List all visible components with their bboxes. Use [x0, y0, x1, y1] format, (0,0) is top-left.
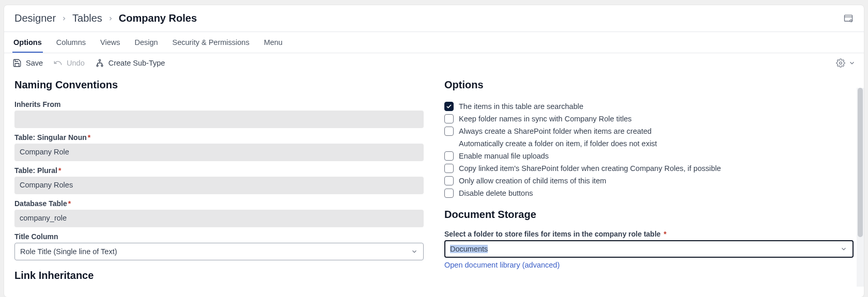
save-label: Save [26, 59, 43, 67]
singular-field: Company Role [14, 144, 424, 161]
save-icon [12, 58, 22, 68]
option-row: Disable delete buttons [444, 187, 854, 199]
chevron-right-icon [61, 15, 67, 22]
option-row: Automatically create a folder on item, i… [444, 137, 854, 150]
option-row: Copy linked item's SharePoint folder whe… [444, 162, 854, 175]
plural-field: Company Roles [14, 177, 424, 194]
svg-point-5 [840, 62, 842, 65]
undo-button[interactable]: Undo [53, 58, 85, 68]
tab-design[interactable]: Design [133, 32, 159, 53]
title-column-select[interactable]: Role Title (Single line of Text) [14, 243, 424, 260]
chevron-down-icon[interactable] [848, 59, 856, 67]
scrollbar-track[interactable] [857, 88, 864, 287]
option-row: The items in this table are searchable [444, 100, 854, 113]
checkbox[interactable] [444, 127, 454, 136]
option-row: Always create a SharePoint folder when i… [444, 125, 854, 137]
tab-menu[interactable]: Menu [263, 32, 284, 53]
tabs: Options Columns Views Design Security & … [4, 32, 864, 53]
crumb-current: Company Roles [119, 12, 197, 24]
checkbox[interactable] [444, 114, 454, 123]
folder-label: Select a folder to store files for items… [444, 230, 854, 238]
tab-security[interactable]: Security & Permissions [172, 32, 251, 53]
svg-point-3 [97, 65, 98, 67]
singular-label: Table: Singular Noun* [14, 133, 424, 142]
checkbox[interactable] [444, 139, 454, 148]
option-label: Copy linked item's SharePoint folder whe… [459, 164, 721, 173]
plural-label: Table: Plural* [14, 166, 424, 175]
crumb-designer[interactable]: Designer [14, 12, 56, 24]
option-label: Enable manual file uploads [459, 152, 549, 160]
open-doc-library-link[interactable]: Open document library (advanced) [444, 258, 560, 269]
option-label: Only allow creation of child items of th… [459, 177, 606, 185]
option-label: The items in this table are searchable [459, 102, 583, 111]
undo-icon [53, 58, 63, 68]
folder-value: Documents [450, 245, 488, 253]
link-inheritance-title: Link Inheritance [14, 270, 424, 282]
checkbox[interactable] [444, 151, 454, 161]
db-label: Database Table* [14, 199, 424, 208]
option-row: Keep folder names in sync with Company R… [444, 113, 854, 125]
doc-storage-title: Document Storage [444, 209, 854, 221]
option-row: Enable manual file uploads [444, 150, 854, 162]
chevron-down-icon [840, 245, 847, 253]
naming-section-title: Naming Conventions [14, 79, 424, 91]
title-column-value: Role Title (Single line of Text) [20, 247, 117, 256]
chevron-down-icon [411, 248, 418, 255]
checkbox[interactable] [444, 189, 454, 198]
gear-icon[interactable] [836, 58, 845, 68]
breadcrumb: Designer Tables Company Roles [14, 12, 197, 24]
scrollbar-thumb[interactable] [858, 88, 863, 237]
tab-views[interactable]: Views [99, 32, 121, 53]
option-label: Automatically create a folder on item, i… [459, 139, 657, 148]
tab-columns[interactable]: Columns [55, 32, 87, 53]
create-subtype-label: Create Sub-Type [109, 59, 165, 67]
undo-label: Undo [67, 59, 85, 67]
save-button[interactable]: Save [12, 58, 43, 68]
inherits-from-label: Inherits From [14, 100, 424, 108]
checkbox[interactable] [444, 176, 454, 185]
inherits-from-field [14, 111, 424, 128]
checkbox[interactable] [444, 164, 454, 173]
folder-select[interactable]: Documents [444, 240, 854, 258]
option-label: Always create a SharePoint folder when i… [459, 127, 652, 135]
tab-options[interactable]: Options [12, 32, 43, 53]
title-column-label: Title Column [14, 232, 424, 241]
option-label: Disable delete buttons [459, 189, 533, 197]
svg-point-4 [101, 65, 103, 67]
create-subtype-button[interactable]: Create Sub-Type [95, 58, 165, 68]
option-label: Keep folder names in sync with Company R… [459, 115, 631, 123]
db-field: company_role [14, 210, 424, 227]
subtype-icon [95, 58, 104, 68]
chevron-right-icon [107, 15, 114, 22]
option-row: Only allow creation of child items of th… [444, 175, 854, 187]
svg-point-2 [99, 59, 100, 61]
options-section-title: Options [444, 79, 854, 91]
checkbox[interactable] [444, 102, 454, 111]
panel-icon[interactable] [843, 13, 854, 24]
crumb-tables[interactable]: Tables [72, 12, 102, 24]
